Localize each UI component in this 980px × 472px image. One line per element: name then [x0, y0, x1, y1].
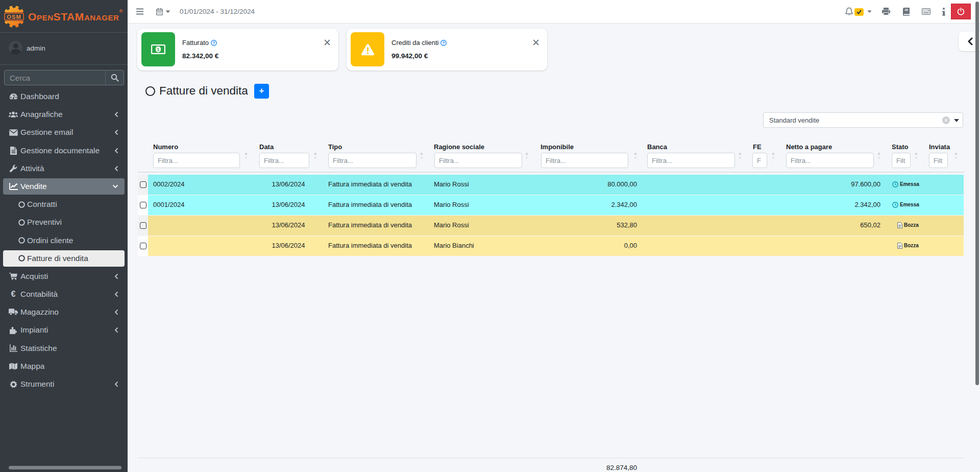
svg-text:?: ?: [443, 41, 445, 45]
svg-text:1: 1: [157, 46, 160, 52]
svg-text:?: ?: [212, 41, 215, 45]
svg-text:OSM: OSM: [7, 14, 21, 20]
